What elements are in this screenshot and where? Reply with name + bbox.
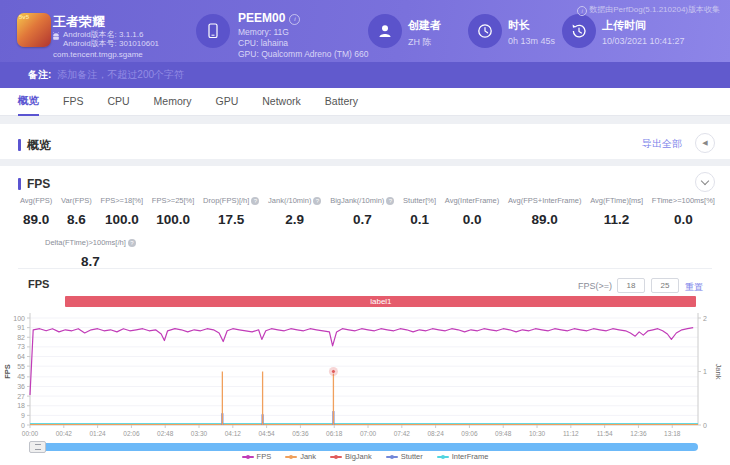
svg-text:73: 73 xyxy=(17,343,25,350)
row1-stat-0: Avg(FPS)89.0 xyxy=(20,196,52,227)
svg-text:Jank: Jank xyxy=(714,364,723,380)
stat-value: 89.0 xyxy=(508,212,581,227)
row1-stat-10: Avg(FTime)[ms]11.2 xyxy=(590,196,643,227)
svg-text:0: 0 xyxy=(21,422,25,429)
divider xyxy=(18,268,712,269)
legend-marker xyxy=(386,456,398,458)
threshold-input-2[interactable] xyxy=(651,278,679,293)
section-accent-bar xyxy=(18,178,21,190)
chart-zoom-scrollbar[interactable] xyxy=(30,443,698,451)
row1-stat-6: BigJank(/10min)?0.7 xyxy=(330,196,394,227)
stat-label: BigJank(/10min)? xyxy=(330,196,394,205)
tab-network[interactable]: Network xyxy=(262,88,301,115)
scene-label-band[interactable]: label1 xyxy=(65,296,696,307)
row1-stat-3: FPS>=25[%]100.0 xyxy=(152,196,195,227)
threshold-input-1[interactable] xyxy=(617,278,645,293)
android-icon xyxy=(52,32,60,41)
svg-text:03:30: 03:30 xyxy=(191,430,208,437)
remarks-bar[interactable]: 备注: 添加备注，不超过200个字符 xyxy=(0,62,730,88)
perfdog-report-page: 5v5 王者荣耀 Android版本名: 3.1.1.6 Android版本号:… xyxy=(0,0,730,465)
report-header: 5v5 王者荣耀 Android版本名: 3.1.1.6 Android版本号:… xyxy=(0,0,730,62)
remarks-placeholder[interactable]: 添加备注，不超过200个字符 xyxy=(57,68,184,82)
legend-dot xyxy=(441,455,445,459)
svg-text:09:06: 09:06 xyxy=(461,430,478,437)
reset-button[interactable]: 重置 xyxy=(685,281,703,294)
legend-item-interframe[interactable]: InterFrame xyxy=(437,452,489,461)
stat-value: 2.9 xyxy=(268,212,321,227)
legend-item-stutter[interactable]: Stutter xyxy=(386,452,423,461)
svg-text:9: 9 xyxy=(21,412,25,419)
fps-stats-row2: Delta(FTime)>100ms[/h]?8.7 xyxy=(45,238,136,269)
legend-label: FPS xyxy=(257,452,272,461)
help-icon[interactable]: ? xyxy=(251,197,259,205)
device-gpu: GPU: Qualcomm Adreno (TM) 660 xyxy=(238,49,368,59)
help-icon[interactable]: ? xyxy=(128,239,136,247)
fps-trend-chart[interactable]: 0918273645556473829110001200:0000:4201:2… xyxy=(0,308,730,448)
svg-text:1: 1 xyxy=(703,368,707,375)
upload-circle xyxy=(562,14,596,48)
legend-item-fps[interactable]: FPS xyxy=(242,452,272,461)
creator-value: ZH 陈 xyxy=(408,36,432,49)
stat-value: 89.0 xyxy=(20,212,52,227)
row1-stat-7: Stutter[%]0.1 xyxy=(403,196,436,227)
svg-text:55: 55 xyxy=(17,363,25,370)
fps-collapse-button[interactable] xyxy=(695,172,715,192)
stat-value: 100.0 xyxy=(101,212,144,227)
stat-value: 8.7 xyxy=(45,254,136,269)
svg-text:07:42: 07:42 xyxy=(394,430,411,437)
row1-stat-2: FPS>=18[%]100.0 xyxy=(101,196,144,227)
svg-text:10:30: 10:30 xyxy=(529,430,546,437)
history-clock-icon xyxy=(570,22,588,40)
row1-stat-8: Avg(InterFrame)0.0 xyxy=(445,196,499,227)
phone-icon xyxy=(204,22,222,40)
tab-fps[interactable]: FPS xyxy=(63,88,83,115)
stat-label: FTime>=100ms[%] xyxy=(652,196,715,205)
tab-gpu[interactable]: GPU xyxy=(216,88,239,115)
upload-label: 上传时间 xyxy=(602,18,646,33)
game-app-icon: 5v5 xyxy=(17,13,51,47)
game-icon-badge: 5v5 xyxy=(19,14,29,20)
android-version-code: Android版本号: 301010601 xyxy=(63,39,159,49)
remarks-label: 备注: xyxy=(28,68,51,82)
collect-note: i数据由PerfDog(5.1.210204)版本收集 xyxy=(577,4,720,16)
overview-title-row: 概览 xyxy=(18,135,51,154)
tab-memory[interactable]: Memory xyxy=(154,88,192,115)
svg-text:05:36: 05:36 xyxy=(292,430,309,437)
chart-title: FPS xyxy=(28,278,49,290)
overview-title: 概览 xyxy=(27,138,51,152)
device-cpu: CPU: lahaina xyxy=(238,38,288,48)
help-icon[interactable]: ? xyxy=(386,197,394,205)
stat-label: Jank(/10min)? xyxy=(268,196,321,205)
stat-value: 100.0 xyxy=(152,212,195,227)
stat-value: 0.7 xyxy=(330,212,394,227)
svg-text:27: 27 xyxy=(17,393,25,400)
legend-item-bigjank[interactable]: BigJank xyxy=(330,452,372,461)
collapse-left-button[interactable]: ◀ xyxy=(695,133,715,153)
stat-value: 0.0 xyxy=(445,212,499,227)
user-icon xyxy=(376,22,394,40)
legend-marker xyxy=(330,456,342,458)
svg-text:45: 45 xyxy=(17,373,25,380)
export-all-link[interactable]: 导出全部 xyxy=(642,137,682,151)
legend-dot xyxy=(334,455,338,459)
tab-overview[interactable]: 概览 xyxy=(18,87,39,116)
fps-stats-row: Avg(FPS)89.0Var(FPS)8.6FPS>=18[%]100.0FP… xyxy=(20,196,715,227)
help-icon[interactable]: ? xyxy=(313,197,321,205)
fps-section-title: FPS xyxy=(27,177,50,191)
fps-threshold-label: FPS(>=) xyxy=(578,281,612,291)
svg-text:11:54: 11:54 xyxy=(597,430,613,437)
svg-text:00:42: 00:42 xyxy=(56,430,73,437)
legend-item-jank[interactable]: Jank xyxy=(285,452,316,461)
legend-label: InterFrame xyxy=(452,452,489,461)
row1-stat-4: Drop(FPS)[/h]?17.5 xyxy=(203,196,259,227)
tab-cpu[interactable]: CPU xyxy=(107,88,129,115)
tab-battery[interactable]: Battery xyxy=(325,88,358,115)
svg-text:07:00: 07:00 xyxy=(360,430,377,437)
stat-label: Drop(FPS)[/h]? xyxy=(203,196,259,205)
legend-marker xyxy=(285,456,297,458)
svg-text:82: 82 xyxy=(17,334,25,341)
legend-label: Jank xyxy=(300,452,316,461)
device-info-icon[interactable]: i xyxy=(289,14,300,25)
stat-label: Stutter[%] xyxy=(403,196,436,205)
legend-dot xyxy=(246,455,250,459)
